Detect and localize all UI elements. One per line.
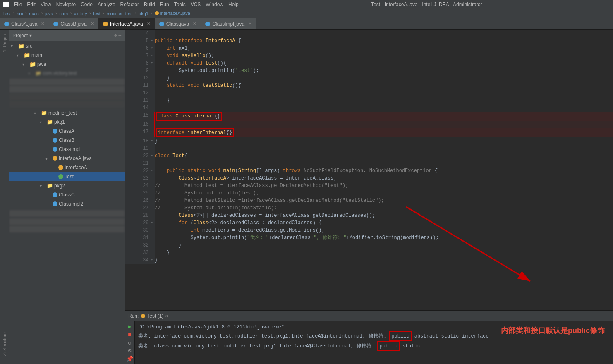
code-content-6: int a=1; (155, 45, 613, 52)
breadcrumb-test[interactable]: Test (2, 11, 11, 16)
tab-close-class[interactable]: ✕ (193, 21, 196, 26)
code-content-32: } (155, 242, 613, 249)
tab-close-interfacea[interactable]: ✕ (147, 21, 151, 26)
tab-icon-classa (4, 22, 9, 26)
breadcrumb-modifier[interactable]: modifier_test (106, 11, 132, 16)
minus-icon[interactable]: — (118, 33, 121, 38)
fold-19 (149, 145, 155, 152)
menu-tools[interactable]: Tools (174, 2, 186, 7)
code-content-19 (155, 145, 613, 152)
line-num-4: 4 (125, 30, 149, 37)
menu-vcs[interactable]: VCS (191, 2, 201, 7)
run-rerun-button[interactable]: ↺ (126, 339, 134, 346)
menu-analyze[interactable]: Analyze (98, 2, 115, 7)
fold-33 (149, 249, 155, 256)
tree-item-modifier[interactable]: ▾ 📁 modifier_test (9, 108, 125, 117)
menu-bar: File Edit View Navigate Code Analyze Ref… (0, 0, 613, 9)
tree-item-main[interactable]: ▾ 📁 main (9, 50, 125, 60)
fold-18[interactable]: ▾ (149, 137, 155, 145)
menu-view[interactable]: View (41, 2, 51, 7)
breadcrumb-pkg1[interactable]: pkg1 (139, 11, 148, 16)
tree-item-classa[interactable]: ClassA (9, 127, 125, 136)
fold-22[interactable]: ▾ (149, 167, 155, 175)
menu-help[interactable]: Help (228, 2, 239, 7)
code-table: 4 5 ▾ public interface InterfaceA { 6 ▾ (125, 30, 613, 264)
tree-item-pkg1[interactable]: ▾ 📁 pkg1 (9, 117, 125, 127)
code-row-23: 23 Class<InterfaceA> interfaceAClass = I… (125, 175, 613, 182)
line-num-22: 22 (125, 167, 149, 175)
fold-7[interactable]: ▾ (149, 52, 155, 60)
run-tab[interactable]: Test (1) ✕ (141, 313, 168, 319)
menu-run[interactable]: Run (160, 2, 169, 7)
tree-item-classc[interactable]: ClassC (9, 190, 125, 199)
tree-item-blur1 (9, 79, 125, 85)
folder-icon-main: 📁 (24, 52, 30, 58)
code-row-31: 31 System.out.println("类名: "+declaredCla… (125, 234, 613, 242)
menu-file[interactable]: File (14, 2, 22, 7)
fold-29[interactable]: ▾ (149, 219, 155, 227)
tab-classimpl[interactable]: ClassImpl.java ✕ (201, 18, 256, 30)
fold-28 (149, 212, 155, 219)
tree-item-classb[interactable]: ClassB (9, 136, 125, 145)
tree-item-interfacea-file[interactable]: ▾ InterfaceA.java (9, 154, 125, 163)
code-row-24: 24 // Method test =interfaceAClass.getDe… (125, 182, 613, 189)
fold-34[interactable]: ▾ (149, 256, 155, 264)
code-content-25: // System.out.println(test); (155, 189, 613, 197)
fold-8[interactable]: ▾ (149, 60, 155, 67)
menu-window[interactable]: Window (206, 2, 223, 7)
run-pin-button[interactable]: 📌 (126, 355, 134, 362)
run-play-button[interactable]: ▶ (126, 323, 134, 330)
tree-item-test[interactable]: Test (9, 172, 125, 181)
breadcrumb-java[interactable]: java (45, 11, 53, 16)
tab-close-classimpl[interactable]: ✕ (248, 21, 252, 26)
tree-item-com[interactable]: ▾ 📁 com.victory.test (9, 69, 125, 78)
run-tab-close[interactable]: ✕ (165, 313, 168, 318)
menu-edit[interactable]: Edit (27, 2, 36, 7)
tree-item-src[interactable]: ▾ 📁 src (9, 41, 125, 50)
run-stop-button[interactable]: ■ (126, 331, 134, 338)
code-editor[interactable]: 4 5 ▾ public interface InterfaceA { 6 ▾ (125, 30, 613, 310)
project-header-icons: ⚙ — (114, 33, 121, 38)
menu-build[interactable]: Build (144, 2, 155, 7)
main-area: 1: Project Z: Structure Project ▾ ⚙ — ▾ … (0, 30, 613, 364)
tree-item-classimpl2[interactable]: ClassImpl2 (9, 199, 125, 208)
menu-code[interactable]: Code (81, 2, 93, 7)
tab-label-classa: ClassA.java (11, 21, 37, 27)
code-row-15: 15 class ClassInternal{} (125, 112, 613, 121)
code-content-4 (155, 30, 613, 37)
tab-interfacea[interactable]: InterfaceA.java ✕ (99, 18, 155, 30)
code-row-5: 5 ▾ public interface InterfaceA { (125, 37, 613, 45)
tab-close-classb[interactable]: ✕ (91, 21, 94, 26)
tab-classa[interactable]: ClassA.java ✕ (0, 18, 49, 30)
menu-refactor[interactable]: Refactor (120, 2, 139, 7)
code-content-23: Class<InterfaceA> interfaceAClass = Inte… (155, 175, 613, 182)
run-settings-button[interactable]: ⚙ (126, 347, 134, 354)
code-content-9: System.out.println("test"); (155, 67, 613, 74)
breadcrumb-src[interactable]: src (17, 11, 23, 16)
tree-item-java[interactable]: ▾ 📁 java (9, 60, 125, 69)
tree-item-pkg2[interactable]: ▾ 📁 pkg2 (9, 181, 125, 190)
tab-close-classa[interactable]: ✕ (41, 21, 45, 26)
tree-label-classa: ClassA (59, 128, 74, 134)
breadcrumb-victory[interactable]: victory (74, 11, 87, 16)
tree-label-pkg1: pkg1 (54, 119, 65, 125)
tree-item-classimpl[interactable]: ClassImpl (9, 145, 125, 154)
tree-label-classimpl: ClassImpl (59, 146, 81, 152)
settings-icon[interactable]: ⚙ (114, 33, 117, 38)
project-label[interactable]: 1: Project (2, 33, 7, 52)
code-row-13: 13 } (125, 97, 613, 104)
breadcrumb-test2[interactable]: test (93, 11, 101, 16)
fold-5[interactable]: ▾ (149, 37, 155, 45)
structure-label[interactable]: Z: Structure (2, 332, 7, 356)
fold-32 (149, 242, 155, 249)
breadcrumb-com[interactable]: com (59, 11, 68, 16)
fold-20[interactable]: ▾ (149, 152, 155, 160)
tab-classb[interactable]: ClassB.java ✕ (49, 18, 98, 30)
tab-class[interactable]: Class.java ✕ (155, 18, 201, 30)
code-content-14 (155, 104, 613, 112)
breadcrumb-main[interactable]: main (29, 11, 39, 16)
run-public-highlight-1: public (389, 331, 411, 341)
menu-navigate[interactable]: Navigate (56, 2, 76, 7)
line-num-27: 27 (125, 204, 149, 212)
tree-item-interfacea-class[interactable]: InterfaceA (9, 163, 125, 172)
